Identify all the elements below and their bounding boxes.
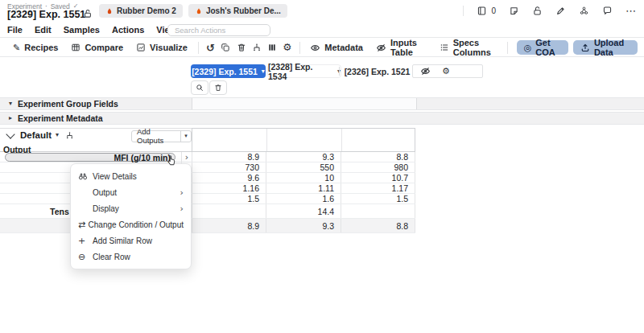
menu-item-label: View Details — [93, 172, 137, 181]
undo-button[interactable]: ↺ — [203, 39, 218, 56]
menu-actions[interactable]: Actions — [112, 25, 144, 35]
value-cell[interactable]: 10.7 — [341, 173, 415, 183]
chat-icon[interactable] — [602, 6, 613, 16]
gear-icon: ⚙ — [283, 43, 291, 53]
list-icon — [440, 43, 449, 52]
value-cell[interactable]: 1.17 — [341, 183, 415, 193]
value-cell[interactable]: 8.8 — [341, 219, 415, 232]
section-label: Experiment Metadata — [18, 113, 103, 123]
value-cell[interactable]: 730 — [192, 162, 266, 172]
table-row: › 8.9 9.3 8.8 — [0, 219, 415, 233]
eye-icon — [310, 43, 320, 53]
menu-item-change-condition-output[interactable]: ⇄ Change Condition / Output — [71, 216, 191, 232]
value-columns-header — [192, 128, 415, 152]
tab-exp-1551[interactable]: [2329] Exp. 1551 ▾ — [191, 64, 266, 78]
section-experiment-group-fields[interactable]: ▾ Experiment Group Fields — [0, 97, 644, 110]
row-expand-chevron[interactable]: › — [181, 152, 192, 162]
divider — [507, 42, 508, 54]
search-actions-input[interactable] — [167, 24, 270, 36]
value-cell[interactable]: 9.6 — [192, 173, 266, 183]
copy-icon — [221, 43, 230, 52]
hand-cursor-icon — [166, 154, 177, 166]
section-experiment-metadata[interactable]: ▸ Experiment Metadata — [0, 112, 644, 125]
output-header-row: Output — [0, 142, 192, 152]
menu-item-output[interactable]: Output › — [71, 184, 191, 200]
add-outputs-dropdown[interactable]: ▾ — [181, 131, 191, 142]
value-cell[interactable]: 1.5 — [192, 194, 266, 204]
row-context-menu: View Details Output › Display › ⇄ Change… — [70, 163, 192, 269]
triangle-down-icon: ▾ — [5, 101, 16, 107]
undo-icon: ↺ — [206, 43, 215, 53]
hierarchy-button[interactable] — [249, 39, 264, 56]
inputs-table-toggle[interactable]: Inputs Table — [369, 39, 433, 56]
value-cell[interactable]: 1.16 — [192, 183, 266, 193]
group-header-default[interactable]: Default ▾ Add Outputs ▾ — [0, 128, 192, 142]
value-cell[interactable]: 550 — [266, 162, 341, 172]
compare-button[interactable]: Compare — [64, 39, 130, 56]
tab-tools: ⚙ — [412, 64, 483, 78]
tag-chip[interactable]: Josh's Rubber De... — [188, 4, 287, 18]
trash-icon — [214, 84, 222, 92]
specs-columns-toggle[interactable]: Specs Columns — [433, 39, 507, 56]
hierarchy-icon[interactable] — [65, 131, 74, 140]
delete-button[interactable] — [233, 39, 249, 56]
gear-icon[interactable]: ⚙ — [442, 67, 450, 76]
tag-label: Josh's Rubber De... — [206, 6, 281, 15]
tab-exp-1521[interactable]: [2326] Exp. 1521 ▾ — [344, 64, 418, 78]
value-cell[interactable]: 980 — [341, 162, 415, 172]
add-outputs-button[interactable]: Add Outputs — [132, 131, 181, 142]
selected-output-cell[interactable]: MFI (g/10 min) — [5, 153, 175, 162]
visualize-button[interactable]: Visualize — [130, 39, 194, 56]
upload-data-button[interactable]: Upload Data — [573, 40, 638, 55]
tab-label: [2328] Exp. 1534 — [268, 62, 333, 81]
menu-item-add-similar-row[interactable]: + Add Similar Row — [71, 232, 191, 249]
value-cell[interactable] — [341, 204, 415, 218]
get-coa-button[interactable]: ◎ Get COA — [517, 40, 568, 55]
unlock-icon[interactable] — [83, 9, 93, 18]
divider — [299, 42, 300, 54]
recipes-button[interactable]: ✎ Recipes — [6, 39, 64, 56]
menu-item-label: Add Similar Row — [93, 236, 152, 245]
settings-button[interactable]: ⚙ — [279, 39, 295, 56]
divider — [339, 67, 340, 76]
duplicate-button[interactable] — [218, 39, 233, 56]
menu-item-display[interactable]: Display › — [71, 200, 191, 216]
value-cell[interactable] — [192, 204, 266, 218]
pen-icon[interactable] — [555, 6, 566, 16]
upload-icon — [580, 43, 590, 52]
value-cell[interactable]: 8.9 — [192, 152, 266, 162]
search-button[interactable] — [191, 80, 208, 95]
recipes-label: Recipes — [24, 43, 58, 52]
value-cell[interactable]: 1.5 — [341, 194, 415, 204]
molecule-icon[interactable] — [579, 6, 589, 16]
unlock-icon[interactable] — [532, 6, 543, 16]
tab-exp-1534[interactable]: [2328] Exp. 1534 ▾ — [267, 64, 341, 78]
value-cell[interactable]: 8.8 — [341, 152, 415, 162]
notebook-icon[interactable] — [477, 6, 487, 16]
more-options-icon[interactable]: ⋯ — [625, 6, 636, 16]
menu-file[interactable]: File — [7, 25, 23, 35]
metadata-toggle[interactable]: Metadata — [303, 39, 369, 56]
toolbar: ✎ Recipes Compare Visualize ↺ — [0, 39, 644, 57]
title-actions: 0 — [463, 6, 636, 16]
menu-edit[interactable]: Edit — [35, 25, 52, 35]
swap-icon: ⇄ — [78, 220, 89, 229]
value-cell[interactable]: 1.6 — [266, 194, 341, 204]
value-cell[interactable]: 8.9 — [192, 219, 266, 232]
eye-slash-icon[interactable] — [420, 66, 431, 76]
row-label-cell[interactable]: MFI (g/10 min) — [0, 152, 181, 162]
group-label: Default — [20, 130, 52, 140]
grid-icon — [71, 43, 80, 52]
tag-chip[interactable]: Rubber Demo 2 — [99, 4, 183, 18]
menu-samples[interactable]: Samples — [64, 25, 100, 35]
menu-item-clear-row[interactable]: ⊖ Clear Row — [71, 249, 191, 265]
columns-button[interactable] — [264, 39, 279, 56]
value-cell[interactable]: 14.4 — [266, 204, 341, 218]
value-cell[interactable]: 9.3 — [266, 152, 341, 162]
value-cell[interactable]: 1.11 — [266, 183, 341, 193]
value-cell[interactable]: 9.3 — [266, 219, 341, 232]
note-icon[interactable] — [509, 6, 519, 16]
value-cell[interactable]: 10 — [266, 173, 341, 183]
menu-item-view-details[interactable]: View Details — [71, 168, 191, 184]
delete-row-button[interactable] — [209, 80, 227, 95]
